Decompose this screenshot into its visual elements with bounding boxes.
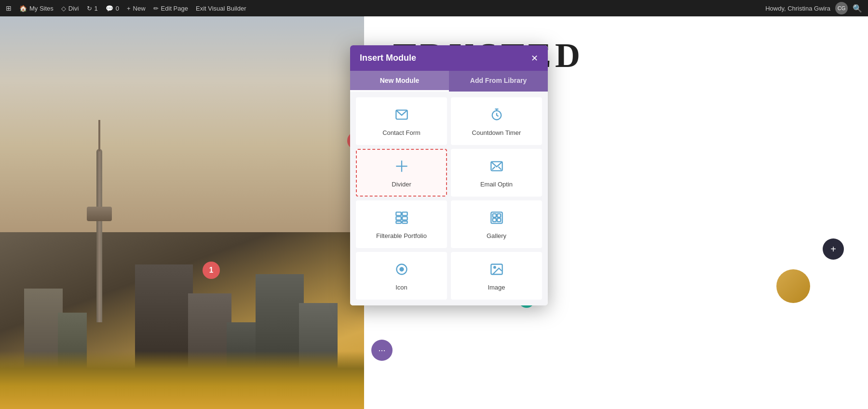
insert-module-modal: Insert Module ✕ New Module Add From Libr… [350, 45, 548, 305]
divi-menu[interactable]: ◇ Divi [61, 5, 79, 12]
step-1-badge: 1 [203, 262, 220, 279]
svg-point-21 [494, 266, 495, 268]
edit-page-link[interactable]: ✏ Edit Page [153, 5, 188, 12]
module-contact-form[interactable]: Contact Form [356, 97, 447, 145]
gold-circle-decoration [776, 269, 810, 303]
my-sites-menu[interactable]: 🏠 My Sites [19, 5, 54, 12]
icon-module-icon [395, 263, 408, 279]
filterable-portfolio-icon [395, 211, 408, 227]
module-countdown-timer[interactable]: Countdown Timer [451, 97, 542, 145]
updates-menu[interactable]: ↻ 1 [87, 5, 98, 12]
main-area: TRUSTED business. A well-designed d awar… [0, 16, 868, 409]
svg-point-19 [400, 268, 403, 271]
module-divider[interactable]: Divider [356, 149, 447, 197]
svg-rect-17 [497, 218, 501, 222]
tab-add-from-library[interactable]: Add From Library [449, 71, 548, 92]
module-image-label: Image [488, 284, 505, 291]
module-gallery[interactable]: Gallery [451, 200, 542, 248]
trees-layer [0, 351, 364, 409]
updates-icon: ↻ [87, 5, 92, 12]
left-image-panel [0, 16, 364, 409]
module-divider-label: Divider [392, 181, 411, 188]
module-options-button[interactable]: ··· [371, 340, 393, 361]
cn-tower [96, 149, 102, 322]
avatar: CG [835, 2, 848, 14]
svg-rect-11 [396, 221, 401, 224]
tab-new-module[interactable]: New Module [350, 71, 449, 92]
pencil-icon: ✏ [153, 5, 159, 12]
module-contact-form-label: Contact Form [382, 129, 420, 136]
admin-bar-right: Howdy, Christina Gwira CG 🔍 [765, 2, 862, 14]
home-icon: 🏠 [19, 5, 27, 12]
image-module-icon [490, 263, 503, 279]
svg-rect-14 [492, 214, 496, 217]
comments-menu[interactable]: 💬 0 [106, 5, 119, 12]
modal-close-button[interactable]: ✕ [531, 54, 538, 63]
modal-title: Insert Module [360, 53, 416, 63]
svg-rect-7 [396, 212, 401, 215]
svg-rect-9 [396, 217, 401, 220]
admin-bar: ⊞ 🏠 My Sites ◇ Divi ↻ 1 💬 0 + New ✏ Edit… [0, 0, 868, 16]
divi-icon: ◇ [61, 5, 66, 12]
add-section-button[interactable]: + [823, 238, 844, 260]
search-icon[interactable]: 🔍 [853, 4, 862, 13]
clock-icon [490, 108, 503, 124]
svg-rect-16 [492, 218, 496, 222]
svg-rect-8 [402, 212, 407, 215]
module-grid: Contact Form Countdown Timer [356, 97, 542, 300]
module-icon[interactable]: Icon [356, 252, 447, 300]
module-email-optin-label: Email Optin [480, 181, 513, 188]
cn-tower-pod [87, 207, 112, 221]
cn-tower-antenna [98, 120, 100, 151]
modal-header: Insert Module ✕ [350, 45, 548, 71]
plus-icon: + [127, 5, 131, 12]
svg-rect-12 [402, 221, 407, 224]
module-image[interactable]: Image [451, 252, 542, 300]
svg-rect-15 [497, 214, 501, 217]
module-gallery-label: Gallery [487, 232, 506, 239]
new-menu[interactable]: + New [127, 5, 146, 12]
email-optin-icon [490, 159, 503, 176]
module-filterable-portfolio[interactable]: Filterable Portfolio [356, 200, 447, 248]
divider-icon [395, 159, 408, 176]
user-greeting: Howdy, Christina Gwira [765, 5, 830, 12]
svg-rect-10 [402, 217, 407, 220]
wordpress-icon: ⊞ [6, 4, 12, 12]
exit-visual-builder-link[interactable]: Exit Visual Builder [196, 5, 246, 12]
module-email-optin[interactable]: Email Optin [451, 149, 542, 197]
module-icon-label: Icon [395, 284, 407, 291]
envelope-icon [395, 108, 408, 124]
modal-body: Contact Form Countdown Timer [350, 92, 548, 305]
gallery-icon [490, 211, 503, 227]
wordpress-logo[interactable]: ⊞ [6, 4, 12, 12]
comments-icon: 💬 [106, 5, 113, 12]
module-countdown-timer-label: Countdown Timer [472, 129, 521, 136]
modal-tabs: New Module Add From Library [350, 71, 548, 92]
module-filterable-portfolio-label: Filterable Portfolio [376, 232, 427, 239]
